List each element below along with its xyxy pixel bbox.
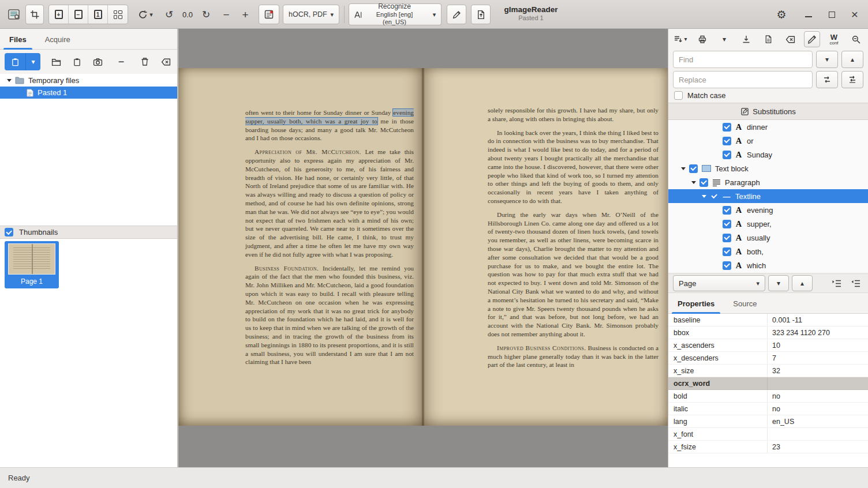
settings-gear-button[interactable]: ⚙: [772, 5, 791, 24]
substitutions-button[interactable]: Substitutions: [740, 107, 795, 116]
rotation-angle-value[interactable]: 0.0: [178, 5, 197, 24]
word-confidence-toggle[interactable]: W conf: [826, 31, 842, 47]
find-input[interactable]: [673, 51, 813, 68]
insert-mode-button[interactable]: ▾: [672, 31, 689, 47]
replace-input[interactable]: [673, 71, 813, 88]
find-replace-toggle[interactable]: [848, 31, 864, 47]
gimagereader-window: + − 1 ▾ ↺ 0.0 ↻ − + hOCR, PDF ▾: [0, 0, 868, 488]
tree-row-word[interactable]: A dinner: [668, 120, 868, 134]
word-checkbox[interactable]: [723, 206, 731, 215]
select-area-button[interactable]: [25, 5, 44, 24]
edit-pencil-icon: [452, 10, 462, 20]
paste-button[interactable]: [5, 53, 25, 70]
word-checkbox[interactable]: [723, 151, 731, 159]
tree-row-word[interactable]: A usually: [668, 231, 868, 245]
tree-row-word[interactable]: A or: [668, 134, 868, 148]
property-row[interactable]: bold no: [668, 390, 868, 403]
expand-all-button[interactable]: [828, 275, 844, 291]
tree-row-word[interactable]: A which: [668, 258, 868, 272]
property-row[interactable]: italic no: [668, 403, 868, 415]
expander-icon[interactable]: [691, 181, 696, 184]
find-previous-button[interactable]: ▴: [841, 51, 863, 68]
replace-icon: [822, 75, 832, 84]
screenshot-button[interactable]: [89, 53, 106, 70]
clear-all-button[interactable]: [157, 53, 174, 70]
property-row[interactable]: lang en_US: [668, 415, 868, 428]
open-file-button[interactable]: [47, 53, 65, 70]
remove-file-button[interactable]: −: [113, 53, 129, 70]
close-button[interactable]: ×: [845, 5, 865, 24]
tab-properties[interactable]: Properties: [668, 293, 724, 314]
open-output-button[interactable]: [694, 31, 710, 47]
tree-row-paragraph[interactable]: Paragraph: [668, 175, 868, 189]
expander-icon[interactable]: [702, 195, 706, 198]
delete-file-button[interactable]: [136, 53, 154, 70]
property-row[interactable]: x_descenders 7: [668, 352, 868, 365]
ocr-output-mode-combo[interactable]: hOCR, PDF ▾: [283, 5, 339, 24]
thumbnail-page-1[interactable]: Page 1: [5, 241, 59, 288]
scanned-book-image[interactable]: often went to their home for Sunday dinn…: [178, 68, 668, 426]
property-row[interactable]: x_font: [668, 428, 868, 441]
replace-all-button[interactable]: [841, 71, 863, 88]
rotate-mode-button[interactable]: ▾: [133, 5, 158, 24]
block-checkbox[interactable]: [689, 164, 698, 173]
property-row[interactable]: x_ascenders 10: [668, 339, 868, 352]
tree-row-pasted-file[interactable]: Pasted 1: [0, 87, 177, 99]
open-output-dropdown-button[interactable]: ▾: [716, 31, 732, 47]
match-case-checkbox[interactable]: [674, 91, 683, 100]
previous-item-button[interactable]: ▴: [792, 275, 813, 291]
replace-button[interactable]: [816, 71, 838, 88]
tree-row-word[interactable]: A Sunday: [668, 148, 868, 162]
maximize-button[interactable]: [822, 5, 841, 24]
tree-row-temporary-files[interactable]: Temporary files: [0, 74, 177, 87]
property-row[interactable]: baseline 0.001 -11: [668, 314, 868, 326]
paragraph-checkbox[interactable]: [699, 178, 708, 187]
property-row[interactable]: x_fsize 23: [668, 441, 868, 453]
preview-highlight-toggle[interactable]: [804, 31, 820, 47]
word-checkbox[interactable]: [723, 234, 731, 242]
recognize-button[interactable]: Recognize English [eng] (en_US): [349, 3, 428, 25]
textline-checkbox[interactable]: [710, 192, 719, 201]
save-output-button[interactable]: [738, 31, 754, 47]
property-row[interactable]: x_size 32: [668, 365, 868, 377]
single-page-button[interactable]: 1: [88, 5, 108, 24]
property-row[interactable]: bbox 323 234 1120 270: [668, 326, 868, 339]
expander-icon[interactable]: [7, 79, 12, 82]
tree-row-text-block[interactable]: Text block: [668, 162, 868, 175]
tab-source[interactable]: Source: [724, 293, 766, 314]
minimize-button[interactable]: [799, 5, 818, 24]
word-checkbox[interactable]: [723, 247, 731, 256]
thumbnails-checkbox[interactable]: [5, 228, 13, 237]
page-selector-combo[interactable]: Page ▾: [673, 275, 765, 291]
expander-icon[interactable]: [681, 167, 686, 170]
word-checkbox[interactable]: [723, 123, 731, 132]
tab-acquire[interactable]: Acquire: [36, 29, 80, 50]
collapse-all-button[interactable]: [847, 275, 863, 291]
next-item-button[interactable]: ▾: [768, 275, 789, 291]
zoom-out-button[interactable]: −: [218, 5, 234, 24]
tree-row-word[interactable]: A supper,: [668, 217, 868, 231]
document-canvas[interactable]: often went to their home for Sunday dinn…: [178, 29, 668, 467]
find-next-button[interactable]: ▾: [816, 51, 838, 68]
tab-files[interactable]: Files: [0, 29, 36, 50]
ocr-marker-button[interactable]: [259, 5, 279, 24]
word-checkbox[interactable]: [723, 137, 731, 145]
edit-output-button[interactable]: [447, 5, 466, 24]
word-label: usually: [747, 234, 770, 242]
tree-row-word[interactable]: A evening: [668, 203, 868, 217]
clipboard-button[interactable]: [68, 53, 85, 70]
rotate-right-button[interactable]: ↻: [199, 5, 214, 24]
remove-page-button[interactable]: −: [69, 5, 88, 24]
export-output-button[interactable]: [760, 31, 776, 47]
word-checkbox[interactable]: [723, 261, 731, 270]
clear-output-button[interactable]: [782, 31, 798, 47]
paste-dropdown-button[interactable]: ▾: [25, 53, 40, 70]
recognize-dropdown-button[interactable]: ▾: [428, 3, 442, 25]
grid-pages-button[interactable]: [108, 5, 128, 24]
word-checkbox[interactable]: [723, 220, 731, 228]
rotate-left-button[interactable]: ↺: [162, 5, 177, 24]
add-page-button[interactable]: +: [49, 5, 69, 24]
tree-row-textline[interactable]: — Textline: [668, 189, 868, 203]
zoom-in-button[interactable]: +: [237, 5, 254, 24]
tree-row-word[interactable]: A both,: [668, 245, 868, 258]
